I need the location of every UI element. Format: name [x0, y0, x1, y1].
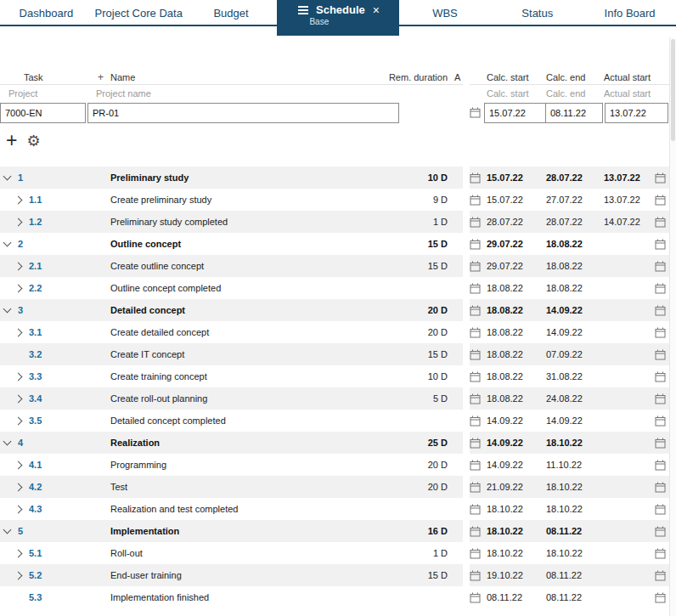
col-header-calc-start[interactable]: Calc. start	[484, 72, 546, 82]
calendar-icon[interactable]	[655, 504, 666, 515]
task-row[interactable]: 4.1 Programming 20 D 14.09.22 11.10.22	[0, 454, 676, 476]
project-name-input[interactable]	[87, 103, 399, 123]
task-row[interactable]: 2.1 Create outline concept 15 D 29.07.22…	[0, 255, 676, 277]
chevron-icon[interactable]	[14, 571, 23, 579]
calendar-icon[interactable]	[470, 349, 481, 360]
tab-schedule[interactable]: Schedule × Base	[277, 0, 398, 36]
calendar-icon[interactable]	[655, 172, 666, 184]
col-header-name[interactable]: Name	[107, 72, 385, 82]
calendar-icon[interactable]	[655, 393, 666, 404]
calendar-icon[interactable]	[470, 107, 481, 118]
calendar-icon[interactable]	[655, 349, 666, 360]
calendar-icon[interactable]	[470, 482, 481, 493]
chevron-icon[interactable]	[3, 526, 12, 534]
tab-project-core-data[interactable]: Project Core Data	[93, 0, 185, 25]
col-header-actual-start[interactable]: Actual start	[604, 72, 655, 82]
vertical-scrollbar[interactable]	[669, 37, 676, 616]
calendar-icon[interactable]	[655, 460, 666, 471]
calendar-icon[interactable]	[655, 526, 666, 537]
project-actual-start-input[interactable]: 13.07.22	[605, 103, 668, 123]
chevron-icon[interactable]	[3, 172, 12, 181]
task-row[interactable]: 3.2 Create IT concept 15 D 18.08.22 07.0…	[0, 343, 676, 365]
task-row[interactable]: 2.2 Outline concept completed 18.08.22 1…	[0, 277, 676, 299]
task-row[interactable]: 5.3 Implementation finished 08.11.22 08.…	[0, 586, 676, 608]
calendar-icon[interactable]	[470, 393, 481, 404]
chevron-icon[interactable]	[3, 239, 12, 247]
tab-info-board[interactable]: Info Board	[583, 0, 676, 25]
chevron-icon[interactable]	[14, 195, 23, 204]
calendar-icon[interactable]	[655, 438, 666, 449]
tab-dashboard[interactable]: Dashboard	[0, 0, 93, 25]
tab-budget[interactable]: Budget	[185, 0, 278, 25]
calendar-icon[interactable]	[470, 172, 481, 184]
calendar-icon[interactable]	[655, 482, 666, 493]
calendar-icon[interactable]	[470, 460, 481, 471]
col-header-task[interactable]: Task	[24, 72, 43, 82]
chevron-icon[interactable]	[3, 438, 12, 446]
calendar-icon[interactable]	[470, 217, 481, 228]
task-row[interactable]: 4.2 Test 20 D 21.09.22 18.10.22	[0, 476, 676, 498]
task-row[interactable]: 3.4 Create roll-out planning 5 D 18.08.2…	[0, 387, 676, 410]
calendar-icon[interactable]	[655, 327, 666, 338]
task-row[interactable]: 4 Realization 25 D 14.09.22 18.10.22	[0, 432, 676, 454]
calendar-icon[interactable]	[470, 327, 481, 338]
task-row[interactable]: 2 Outline concept 15 D 29.07.22 18.08.22	[0, 233, 676, 255]
chevron-icon[interactable]	[14, 483, 23, 491]
col-header-calc-end[interactable]: Calc. end	[546, 72, 604, 82]
project-calc-start-input[interactable]: 15.07.22	[484, 103, 546, 123]
task-row[interactable]: 4.3 Realization and test completed 18.10…	[0, 498, 676, 520]
calendar-icon[interactable]	[470, 548, 481, 559]
chevron-icon[interactable]	[14, 416, 23, 425]
calendar-icon[interactable]	[470, 283, 481, 294]
chevron-icon[interactable]	[14, 505, 23, 513]
project-calc-end-input[interactable]: 08.11.22	[545, 103, 603, 123]
calendar-icon[interactable]	[655, 261, 666, 272]
close-icon[interactable]: ×	[373, 4, 380, 16]
calendar-icon[interactable]	[470, 415, 481, 427]
project-id-input[interactable]	[0, 103, 86, 123]
task-row[interactable]: 3.3 Create training concept 10 D 18.08.2…	[0, 365, 676, 387]
task-row[interactable]: 5 Implementation 16 D 18.10.22 08.11.22	[0, 520, 676, 542]
chevron-icon[interactable]	[14, 549, 23, 557]
calendar-icon[interactable]	[470, 195, 481, 206]
calendar-icon[interactable]	[655, 371, 666, 382]
task-row[interactable]: 3 Detailed concept 20 D 18.08.22 14.09.2…	[0, 299, 676, 321]
calendar-icon[interactable]	[655, 592, 666, 603]
task-row[interactable]: 5.2 End-user training 15 D 19.10.22 08.1…	[0, 564, 676, 586]
calendar-icon[interactable]	[655, 415, 666, 427]
calendar-icon[interactable]	[470, 570, 481, 581]
calendar-icon[interactable]	[655, 239, 666, 250]
calendar-icon[interactable]	[655, 548, 666, 559]
chevron-icon[interactable]	[14, 284, 23, 292]
col-header-a[interactable]: A	[448, 72, 463, 82]
calendar-icon[interactable]	[470, 305, 481, 316]
calendar-icon[interactable]	[655, 217, 666, 228]
col-header-rem-duration[interactable]: Rem. duration	[385, 72, 448, 82]
calendar-icon[interactable]	[655, 570, 666, 581]
calendar-icon[interactable]	[470, 371, 481, 382]
gear-icon[interactable]: ⚙	[26, 131, 40, 151]
task-row[interactable]: 5.1 Roll-out 1 D 18.10.22 18.10.22	[0, 542, 676, 564]
task-row[interactable]: 3.1 Create detailed concept 20 D 18.08.2…	[0, 321, 676, 343]
calendar-icon[interactable]	[470, 438, 481, 449]
chevron-icon[interactable]	[14, 218, 23, 226]
calendar-icon[interactable]	[470, 592, 481, 603]
chevron-icon[interactable]	[14, 372, 23, 381]
add-column-icon[interactable]: +	[98, 71, 104, 83]
task-row[interactable]: 3.5 Detailed concept completed 14.09.22 …	[0, 410, 676, 432]
task-row[interactable]: 1 Preliminary study 10 D 15.07.22 28.07.…	[0, 167, 676, 189]
hamburger-icon[interactable]	[298, 4, 308, 16]
tab-wbs[interactable]: WBS	[399, 0, 492, 25]
calendar-icon[interactable]	[470, 239, 481, 250]
calendar-icon[interactable]	[470, 526, 481, 537]
calendar-icon[interactable]	[470, 261, 481, 272]
chevron-icon[interactable]	[14, 394, 23, 403]
calendar-icon[interactable]	[655, 283, 666, 294]
task-row[interactable]: 1.2 Preliminary study completed 1 D 28.0…	[0, 211, 676, 233]
chevron-icon[interactable]	[3, 305, 12, 314]
calendar-icon[interactable]	[655, 305, 666, 316]
pane-splitter[interactable]	[463, 71, 470, 85]
calendar-icon[interactable]	[470, 504, 481, 515]
chevron-icon[interactable]	[14, 461, 23, 469]
calendar-icon[interactable]	[655, 195, 666, 206]
